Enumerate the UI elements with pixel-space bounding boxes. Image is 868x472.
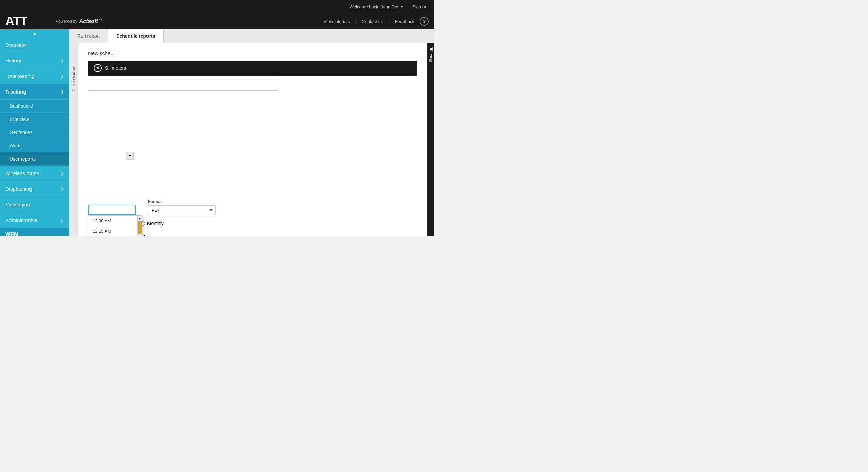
powered-by: Powered by Actsoft ® xyxy=(56,18,102,24)
chevron-right-icon: ❯ xyxy=(60,218,64,223)
format-select[interactable]: PDF Excel CSV xyxy=(148,205,216,215)
scroll-thumb xyxy=(138,221,142,234)
close-window-button[interactable]: Close window xyxy=(70,64,77,94)
view-tutorials-link[interactable]: View tutorials xyxy=(323,19,350,24)
chevron-down-icon: ❯ xyxy=(60,89,64,94)
header-links: View tutorials | Contact us | Feedback ? xyxy=(323,17,429,26)
tab-run-report[interactable]: Run report xyxy=(69,29,108,43)
section-bar: ➤ S meters xyxy=(88,61,417,76)
main-content: Run report Schedule reports Close window… xyxy=(69,29,434,236)
sidebar-item-dispatching[interactable]: Dispatching ❯ xyxy=(0,181,69,197)
sidebar-item-administrative[interactable]: Administrative ❯ xyxy=(0,212,69,228)
scroll-up-button[interactable]: ▲ xyxy=(138,216,142,220)
chevron-right-icon: ❯ xyxy=(60,58,64,63)
name-input[interactable] xyxy=(88,81,278,91)
sidebar-item-tracking[interactable]: Tracking ❯ xyxy=(0,84,69,100)
time-option[interactable]: 12:00 AM xyxy=(88,216,142,226)
sidebar-item-overview[interactable]: Overview xyxy=(0,37,69,53)
sidebar-item-user-reports[interactable]: User reports xyxy=(0,152,69,166)
time-picker-wrapper: 12:00 AM12:15 AM12:30 AM12:45 AM1:00 AM1… xyxy=(88,96,136,215)
section-icon: ➤ xyxy=(94,64,102,72)
time-dropdown-toggle[interactable]: ▼ xyxy=(126,152,134,160)
sign-out-link[interactable]: Sign out xyxy=(412,4,429,9)
time-option[interactable]: 12:15 AM xyxy=(88,226,142,236)
att-logo: ATT xyxy=(5,15,27,27)
sidebar-item-live-view[interactable]: Live view xyxy=(0,113,69,126)
wfm-section: WFM What's New xyxy=(0,228,69,236)
welcome-dropdown-icon[interactable]: ▾ xyxy=(401,5,403,9)
form-content: New sche... ➤ S meters xyxy=(78,43,427,236)
welcome-text: Welcome back, John Doe ▾ xyxy=(350,4,403,9)
close-window-panel: Close window xyxy=(69,43,78,236)
monthly-radio-option[interactable]: Monthly xyxy=(141,221,164,226)
contact-us-link[interactable]: Contact us xyxy=(362,19,383,24)
time-picker-dropdown: 12:00 AM12:15 AM12:30 AM12:45 AM1:00 AM1… xyxy=(88,215,142,236)
right-panel-arrow-icon: ◀ xyxy=(429,46,433,52)
sidebar-item-history[interactable]: History ❯ xyxy=(0,53,69,68)
time-picker-list: 12:00 AM12:15 AM12:30 AM12:45 AM1:00 AM1… xyxy=(88,216,142,236)
sidebar-scroll-up[interactable]: ▲ xyxy=(0,29,69,37)
time-input[interactable] xyxy=(88,205,136,215)
sidebar-item-timekeeping[interactable]: Timekeeping ❯ xyxy=(0,68,69,84)
actsoft-logo: Actsoft ® xyxy=(79,18,102,24)
chevron-right-icon: ❯ xyxy=(60,171,64,176)
form-outer: Close window New sche... ➤ S meters xyxy=(69,43,434,236)
chevron-right-icon: ❯ xyxy=(60,74,64,79)
tab-schedule-reports[interactable]: Schedule reports xyxy=(108,29,163,43)
sidebar-item-geofences[interactable]: Geofences xyxy=(0,126,69,139)
help-button[interactable]: ? xyxy=(420,17,429,26)
sidebar-item-messaging[interactable]: Messaging xyxy=(0,197,69,212)
sidebar-item-dashboard[interactable]: Dashboard xyxy=(0,100,69,113)
tab-bar: Run report Schedule reports xyxy=(69,29,434,43)
right-panel[interactable]: ◀ Show xyxy=(427,43,434,236)
sidebar-item-alerts[interactable]: Alerts xyxy=(0,139,69,152)
feedback-link[interactable]: Feedback xyxy=(395,19,414,24)
format-label: Format: xyxy=(148,199,216,204)
new-schedule-title: New sche... xyxy=(88,50,417,56)
sidebar-item-wireless-forms[interactable]: Wireless forms ❯ xyxy=(0,166,69,181)
time-scrollbar: ▲ ▼ xyxy=(137,216,142,236)
monthly-label: Monthly xyxy=(147,221,164,226)
sidebar: ▲ Overview History ❯ Timekeeping ❯ Track… xyxy=(0,29,69,236)
show-label: Show xyxy=(429,54,433,62)
chevron-right-icon: ❯ xyxy=(60,187,64,191)
